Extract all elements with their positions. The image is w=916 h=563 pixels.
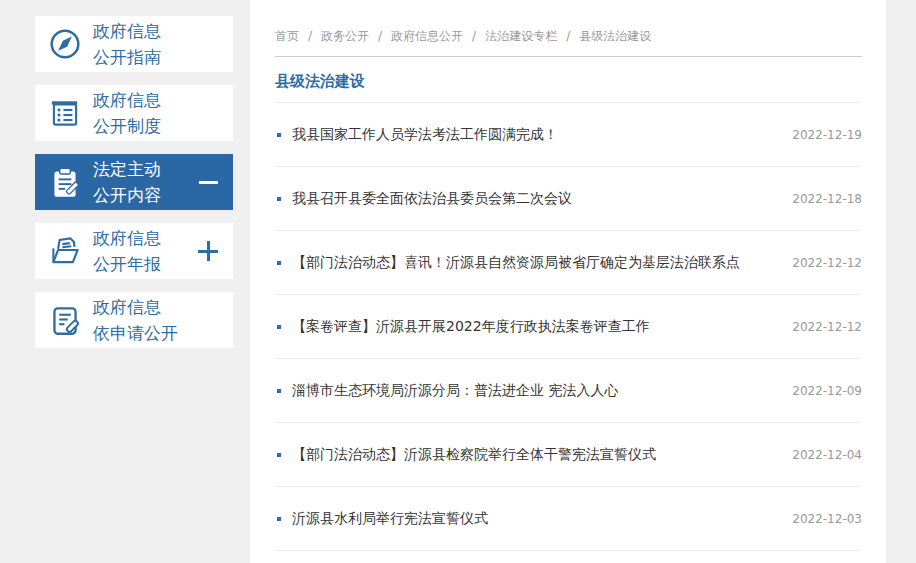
sidebar-item-label: 依申请公开 xyxy=(93,320,178,346)
breadcrumb: 首页 / 政务公开 / 政府信息公开 / 法治建设专栏 / 县级法治建设 xyxy=(275,0,862,43)
bullet-icon xyxy=(277,517,281,521)
sidebar-item-disclosure-guide[interactable]: 政府信息 公开指南 xyxy=(35,16,233,72)
breadcrumb-item-gov-affairs[interactable]: 政务公开 xyxy=(321,28,369,45)
article-date: 2022-12-09 xyxy=(780,384,862,398)
article-date: 2022-12-04 xyxy=(780,448,862,462)
clipboard-pen-icon xyxy=(46,163,84,201)
article-date: 2022-12-03 xyxy=(780,512,862,526)
sidebar-item-label: 政府信息 xyxy=(93,87,161,113)
article-list: 我县国家工作人员学法考法工作圆满完成！ 2022-12-19 我县召开县委全面依… xyxy=(275,103,862,551)
sidebar-item-label: 政府信息 xyxy=(93,225,161,251)
article-link[interactable]: 淄博市生态环境局沂源分局：普法进企业 宪法入人心 xyxy=(292,382,618,400)
breadcrumb-divider xyxy=(275,56,862,57)
breadcrumb-separator: / xyxy=(308,29,312,43)
bullet-icon xyxy=(277,453,281,457)
breadcrumb-item-home[interactable]: 首页 xyxy=(275,28,299,45)
document-list-icon xyxy=(46,94,84,132)
bullet-icon xyxy=(277,325,281,329)
sidebar-item-label: 政府信息 xyxy=(93,294,178,320)
sidebar-item-label: 公开内容 xyxy=(93,182,161,208)
sidebar-item-label: 公开指南 xyxy=(93,44,161,70)
article-row[interactable]: 【案卷评查】沂源县开展2022年度行政执法案卷评查工作 2022-12-12 xyxy=(275,295,862,359)
article-row[interactable]: 我县召开县委全面依法治县委员会第二次会议 2022-12-18 xyxy=(275,167,862,231)
article-link[interactable]: 【案卷评查】沂源县开展2022年度行政执法案卷评查工作 xyxy=(292,318,650,336)
article-row[interactable]: 【部门法治动态】喜讯！沂源县自然资源局被省厅确定为基层法治联系点 2022-12… xyxy=(275,231,862,295)
bullet-icon xyxy=(277,389,281,393)
bullet-icon xyxy=(277,197,281,201)
article-link[interactable]: 我县国家工作人员学法考法工作圆满完成！ xyxy=(292,126,558,144)
article-row[interactable]: 沂源县水利局举行宪法宣誓仪式 2022-12-03 xyxy=(275,487,862,551)
sidebar-item-active-disclosure[interactable]: 法定主动 公开内容 xyxy=(35,154,233,210)
sidebar: 政府信息 公开指南 政府信息 公开制度 xyxy=(35,16,233,361)
article-link[interactable]: 我县召开县委全面依法治县委员会第二次会议 xyxy=(292,190,572,208)
page-title: 县级法治建设 xyxy=(275,73,862,90)
sidebar-item-label: 公开年报 xyxy=(93,251,161,277)
article-date: 2022-12-12 xyxy=(780,320,862,334)
sidebar-item-label: 政府信息 xyxy=(93,18,161,44)
breadcrumb-item-current: 县级法治建设 xyxy=(579,28,651,45)
bullet-icon xyxy=(277,261,281,265)
article-row[interactable]: 我县国家工作人员学法考法工作圆满完成！ 2022-12-19 xyxy=(275,103,862,167)
article-row[interactable]: 【部门法治动态】沂源县检察院举行全体干警宪法宣誓仪式 2022-12-04 xyxy=(275,423,862,487)
article-link[interactable]: 【部门法治动态】沂源县检察院举行全体干警宪法宣誓仪式 xyxy=(292,446,656,464)
compass-icon xyxy=(46,25,84,63)
breadcrumb-separator: / xyxy=(566,29,570,43)
breadcrumb-separator: / xyxy=(472,29,476,43)
bullet-icon xyxy=(277,133,281,137)
folder-file-icon xyxy=(46,232,84,270)
sidebar-item-apply-disclosure[interactable]: 政府信息 依申请公开 xyxy=(35,292,233,348)
sidebar-item-label: 法定主动 xyxy=(93,156,161,182)
content-panel: 首页 / 政务公开 / 政府信息公开 / 法治建设专栏 / 县级法治建设 县级法… xyxy=(250,0,886,563)
article-row[interactable]: 淄博市生态环境局沂源分局：普法进企业 宪法入人心 2022-12-09 xyxy=(275,359,862,423)
article-date: 2022-12-18 xyxy=(780,192,862,206)
collapse-minus-icon[interactable] xyxy=(199,181,218,184)
breadcrumb-item-rule-of-law-column[interactable]: 法治建设专栏 xyxy=(485,28,557,45)
sidebar-item-label: 公开制度 xyxy=(93,113,161,139)
breadcrumb-separator: / xyxy=(378,29,382,43)
sidebar-item-annual-report[interactable]: 政府信息 公开年报 xyxy=(35,223,233,279)
article-date: 2022-12-19 xyxy=(780,128,862,142)
article-link[interactable]: 沂源县水利局举行宪法宣誓仪式 xyxy=(292,510,488,528)
breadcrumb-item-info-disclosure[interactable]: 政府信息公开 xyxy=(391,28,463,45)
article-date: 2022-12-12 xyxy=(780,256,862,270)
sidebar-item-disclosure-system[interactable]: 政府信息 公开制度 xyxy=(35,85,233,141)
article-link[interactable]: 【部门法治动态】喜讯！沂源县自然资源局被省厅确定为基层法治联系点 xyxy=(292,254,740,272)
expand-plus-icon[interactable] xyxy=(198,241,218,261)
document-pen-icon xyxy=(46,301,84,339)
